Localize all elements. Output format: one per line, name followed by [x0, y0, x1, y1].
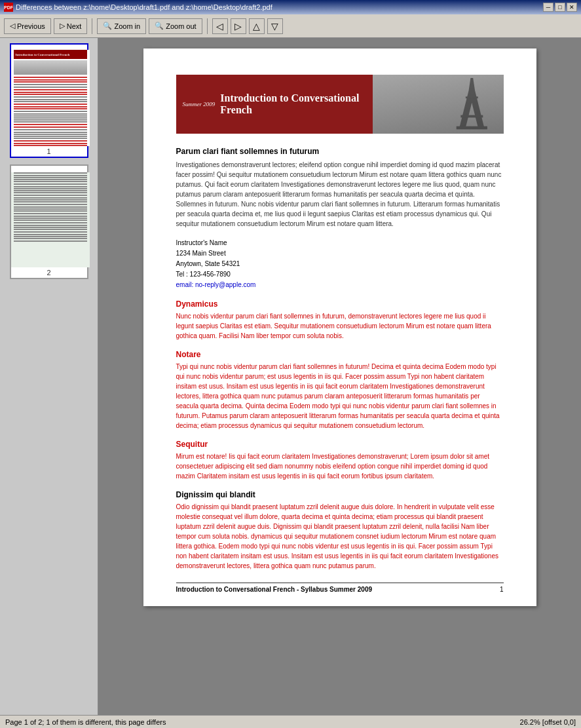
page-header: Summer 2009 Introduction to Conversation… — [176, 75, 504, 134]
page-thumb-1[interactable]: Introduction to Conversational French — [4, 43, 94, 158]
svg-rect-1 — [460, 115, 483, 118]
section-dynamicus-body: Nunc nobis videntur parum clari fiant so… — [176, 311, 504, 341]
zoom-in-label: Zoom in — [114, 22, 140, 30]
thumb-page-1[interactable]: Introduction to Conversational French — [10, 43, 88, 158]
next-label: Next — [67, 22, 82, 30]
window-controls: ─ □ ✕ — [543, 3, 577, 12]
zoom-out-icon: 🔍 — [155, 22, 164, 30]
left-arrow-button[interactable]: ◁ — [212, 18, 228, 34]
address-2: Anytown, State 54321 — [176, 259, 504, 269]
page-thumb-2[interactable]: 2 — [4, 164, 94, 279]
thumb-content-2 — [11, 166, 90, 267]
section-sequitur: Sequitur Mirum est notare! Iis qui facit… — [176, 440, 504, 481]
section-dynamicus: Dynamicus Nunc nobis videntur parum clar… — [176, 299, 504, 341]
title-bar: PDF Differences between z:\home\Desktop\… — [0, 0, 581, 14]
eiffel-icon — [453, 78, 491, 134]
header-title: Introduction to Conversational French — [220, 92, 365, 116]
footer-left: Introduction to Conversational French - … — [176, 586, 373, 593]
section-notare-heading: Notare — [176, 350, 504, 359]
section-notare: Notare Typi qui nunc nobis videntur paru… — [176, 350, 504, 431]
thumb-label-2: 2 — [11, 267, 87, 278]
section-dignissim-body: Odio dignissim qui blandit praesent lupt… — [176, 502, 504, 571]
svg-rect-2 — [466, 96, 478, 98]
thumb-image-2 — [11, 172, 90, 267]
down-arrow-button[interactable]: ▽ — [267, 18, 283, 34]
toolbar: ◁ Previous ▷ Next 🔍 Zoom in 🔍 Zoom out ◁… — [0, 14, 581, 38]
svg-rect-3 — [457, 126, 487, 130]
prev-arrow-icon: ◁ — [10, 22, 15, 30]
section-notare-body: Typi qui nunc nobis videntur parum clari… — [176, 362, 504, 431]
footer-right: 1 — [500, 586, 504, 593]
zoom-in-button[interactable]: 🔍 Zoom in — [97, 18, 146, 34]
section-1: Parum clari fiant sollemnes in futurum I… — [176, 147, 504, 229]
main-area: Introduction to Conversational French — [0, 38, 581, 715]
prev-label: Previous — [17, 22, 45, 30]
svg-marker-0 — [459, 78, 484, 128]
address-1: 1234 Main Street — [176, 248, 504, 259]
status-bar: Page 1 of 2; 1 of them is different, thi… — [0, 715, 581, 728]
email: email: no-reply@apple.com — [176, 280, 504, 290]
page-1: Summer 2009 Introduction to Conversation… — [143, 48, 536, 606]
prev-button[interactable]: ◁ Previous — [4, 18, 51, 34]
status-right: 26.2% [offset 0,0] — [520, 718, 576, 726]
next-button[interactable]: ▷ Next — [54, 18, 88, 34]
zoom-in-icon: 🔍 — [103, 22, 112, 30]
separator-1 — [92, 18, 92, 34]
thumb-page-2[interactable]: 2 — [10, 164, 88, 279]
phone: Tel : 123-456-7890 — [176, 269, 504, 280]
app-icon: PDF — [4, 3, 13, 12]
instructor-name: Instructor's Name — [176, 238, 504, 248]
section-dignissim-heading: Dignissim qui blandit — [176, 490, 504, 499]
maximize-button[interactable]: □ — [555, 3, 565, 12]
section-1-heading: Parum clari fiant sollemnes in futurum — [176, 147, 504, 156]
close-button[interactable]: ✕ — [567, 3, 577, 12]
zoom-out-label: Zoom out — [166, 22, 196, 30]
page-footer: Introduction to Conversational French - … — [176, 583, 504, 593]
section-sequitur-heading: Sequitur — [176, 440, 504, 449]
zoom-out-button[interactable]: 🔍 Zoom out — [149, 18, 202, 34]
up-arrow-button[interactable]: △ — [249, 18, 265, 34]
section-dignissim: Dignissim qui blandit Odio dignissim qui… — [176, 490, 504, 571]
section-dynamicus-heading: Dynamicus — [176, 299, 504, 309]
contact-block: Instructor's Name 1234 Main Street Anyto… — [176, 238, 504, 290]
thumb-content-1: Introduction to Conversational French — [11, 45, 90, 146]
next-arrow-icon: ▷ — [60, 22, 65, 30]
separator-2 — [207, 18, 208, 34]
thumb-image-1: Introduction to Conversational French — [11, 50, 90, 146]
section-1-body: Investigationes demonstraverunt lectores… — [176, 160, 504, 229]
window-title: Differences between z:\home\Desktop\draf… — [16, 3, 272, 11]
sidebar: Introduction to Conversational French — [0, 38, 98, 715]
section-sequitur-body: Mirum est notare! Iis qui facit eorum cl… — [176, 451, 504, 481]
right-arrow-button[interactable]: ▷ — [231, 18, 246, 34]
thumb-label-1: 1 — [11, 146, 87, 157]
status-left: Page 1 of 2; 1 of them is different, thi… — [5, 718, 166, 726]
minimize-button[interactable]: ─ — [543, 3, 553, 12]
header-summer: Summer 2009 — [183, 101, 216, 107]
doc-area[interactable]: Summer 2009 Introduction to Conversation… — [98, 38, 581, 715]
title-bar-left: PDF Differences between z:\home\Desktop\… — [4, 3, 272, 12]
